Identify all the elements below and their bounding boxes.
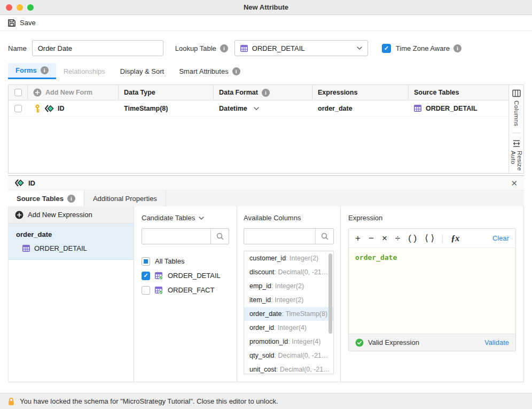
column-item[interactable]: qty_soldDecimal(0, -21… <box>244 349 333 362</box>
columns-button[interactable]: Columns <box>513 101 520 126</box>
tab-relationships[interactable]: Relationships <box>56 63 113 79</box>
expression-label: Expression <box>348 214 516 222</box>
all-tables-checkbox[interactable] <box>142 257 150 266</box>
auto-resize-button[interactable]: Auto Resize <box>510 151 523 173</box>
function-button[interactable]: ƒx <box>451 234 459 243</box>
form-expression: order_date <box>312 101 409 116</box>
lookup-info-icon[interactable] <box>220 44 228 52</box>
zoom-window-button[interactable] <box>27 4 34 11</box>
search-button[interactable] <box>210 229 229 244</box>
close-window-button[interactable] <box>6 4 12 11</box>
lookup-table-label: Lookup Table <box>175 44 216 52</box>
select-all-checkbox[interactable] <box>14 89 22 96</box>
divide-operator-button[interactable]: ÷ <box>395 234 400 243</box>
table-check-icon <box>155 272 163 280</box>
column-item[interactable]: emp_idInteger(2) <box>244 279 333 293</box>
form-detail-panel: ID ✕ Source Tables Additional Properties… <box>8 175 524 382</box>
auto-resize-icon[interactable] <box>512 140 521 148</box>
data-format-info-icon[interactable] <box>262 89 270 97</box>
expression-input-area[interactable]: order_date <box>349 248 515 334</box>
column-item[interactable]: promotion_idInteger(4) <box>244 335 333 349</box>
save-label: Save <box>20 19 36 27</box>
available-columns-search-input[interactable] <box>244 229 315 244</box>
table-icon <box>22 245 30 252</box>
chevron-down-icon <box>199 217 204 220</box>
detail-panel-header: ID ✕ <box>8 175 524 190</box>
scrollbar-thumb[interactable] <box>328 253 332 334</box>
timezone-aware-checkbox[interactable] <box>382 44 391 53</box>
form-name: ID <box>58 105 65 112</box>
form-row-id[interactable]: ID TimeStamp(8) Datetime order_date ORDE… <box>9 101 508 117</box>
expression-list: Add New Expression order_date ORDER_DETA… <box>9 206 134 382</box>
expression-status-bar: Valid Expression Validate <box>349 334 515 351</box>
forms-table: Add New Form Data Type Data Format Expre… <box>8 84 524 174</box>
tab-smart-attributes[interactable]: Smart Attributes <box>171 63 247 79</box>
tab-forms[interactable]: Forms <box>8 63 56 79</box>
table-icon <box>240 45 248 52</box>
plus-circle-icon <box>15 211 24 219</box>
timezone-info-icon[interactable] <box>453 44 461 52</box>
attribute-form-icon <box>14 179 24 187</box>
plus-circle-icon <box>33 88 42 97</box>
data-format-dropdown[interactable]: Datetime <box>219 105 259 112</box>
expression-toolbar: + − × ÷ ( ) ⟨ ⟩ ƒx Clear <box>349 229 515 248</box>
column-item-selected[interactable]: order_dateTimeStamp(8) <box>244 307 333 321</box>
candidate-tables-search-input[interactable] <box>142 229 210 244</box>
form-data-type: TimeStamp(8) <box>119 101 214 116</box>
multiply-operator-button[interactable]: × <box>382 234 387 243</box>
candidate-table-item[interactable]: ORDER_FACT <box>142 283 229 297</box>
name-input[interactable] <box>32 40 163 56</box>
clear-button[interactable]: Clear <box>492 234 509 242</box>
tab-additional-properties[interactable]: Additional Properties <box>84 190 166 206</box>
candidate-tables-dropdown[interactable]: Candidate Tables <box>142 214 229 222</box>
candidate-table-item[interactable]: ORDER_DETAIL <box>142 268 229 283</box>
attribute-form-row: Name Lookup Table ORDER_DETAIL Time Zone… <box>8 40 524 56</box>
column-item[interactable]: unit_costDecimal(0, -21… <box>244 362 333 374</box>
search-button[interactable] <box>315 229 333 244</box>
tab-source-tables[interactable]: Source Tables <box>8 190 84 206</box>
lookup-table-dropdown[interactable]: ORDER_DETAIL <box>234 40 368 56</box>
smart-attributes-info-icon[interactable] <box>232 67 240 75</box>
save-button[interactable]: Save <box>7 19 36 27</box>
column-item[interactable]: order_idInteger(4) <box>244 321 333 335</box>
order-detail-checkbox[interactable] <box>142 272 150 280</box>
minimize-window-button[interactable] <box>17 4 23 11</box>
schema-lock-status-bar: You have locked the schema for "MicroStr… <box>0 393 532 409</box>
add-new-form-button[interactable]: Add New Form <box>28 85 119 100</box>
forms-info-icon[interactable] <box>41 66 49 74</box>
expression-text: order_date <box>355 253 397 261</box>
minus-operator-button[interactable]: − <box>369 234 374 243</box>
column-item[interactable]: item_idInteger(2) <box>244 293 333 307</box>
attribute-form-icon <box>44 105 54 112</box>
expression-name: order_date <box>16 230 134 238</box>
validate-button[interactable]: Validate <box>484 338 509 346</box>
name-label: Name <box>8 44 27 52</box>
plus-operator-button[interactable]: + <box>355 234 361 243</box>
row-checkbox[interactable] <box>14 105 22 112</box>
parentheses-button[interactable]: ( ) <box>408 234 417 243</box>
tab-display-sort[interactable]: Display & Sort <box>113 63 171 79</box>
angle-brackets-button[interactable]: ⟨ ⟩ <box>425 234 434 243</box>
columns-icon[interactable] <box>512 89 521 97</box>
available-columns-section: Available Columns customer_idInteger(2) … <box>237 206 341 382</box>
close-icon[interactable]: ✕ <box>511 179 518 187</box>
lock-icon <box>7 397 15 406</box>
candidate-tables-section: Candidate Tables All Tables ORDER_DETAIL <box>134 206 237 382</box>
table-check-icon <box>155 287 163 294</box>
available-columns-list: customer_idInteger(2) discountDecimal(0,… <box>244 251 334 374</box>
divider <box>442 234 443 243</box>
lock-message: You have locked the schema for "MicroStr… <box>20 397 278 405</box>
header-data-type: Data Type <box>119 85 214 100</box>
header-data-format: Data Format <box>214 85 312 100</box>
candidate-tables-list: All Tables ORDER_DETAIL ORDER_FACT <box>142 254 229 297</box>
order-fact-checkbox[interactable] <box>142 286 150 295</box>
expression-list-item-selected[interactable]: order_date ORDER_DETAIL <box>9 223 134 260</box>
column-item[interactable]: customer_idInteger(2) <box>244 251 333 265</box>
forms-table-header: Add New Form Data Type Data Format Expre… <box>9 85 508 101</box>
candidate-table-item[interactable]: All Tables <box>142 254 229 268</box>
source-tables-info-icon[interactable] <box>67 195 75 203</box>
divider <box>512 133 521 133</box>
add-new-expression-button[interactable]: Add New Expression <box>9 206 134 223</box>
column-item[interactable]: discountDecimal(0, -21… <box>244 265 333 279</box>
available-columns-label: Available Columns <box>244 214 334 222</box>
